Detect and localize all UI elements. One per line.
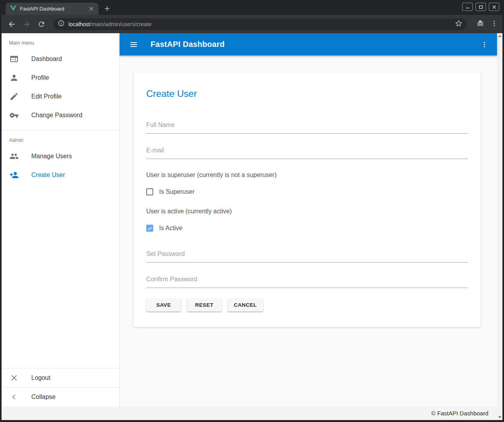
is-active-checkbox[interactable]	[146, 225, 153, 232]
maximize-button[interactable]	[475, 3, 486, 11]
superuser-hint-text: User is superuser (currently is not a su…	[146, 172, 468, 179]
close-window-button[interactable]	[489, 3, 499, 11]
email-field-wrapper	[146, 147, 468, 159]
sidebar-item-collapse[interactable]: Collapse	[2, 388, 119, 406]
scrollbar-down-arrow[interactable]	[498, 415, 502, 419]
minimize-button[interactable]	[462, 3, 473, 11]
sidebar-item-edit-profile[interactable]: Edit Profile	[2, 87, 119, 106]
back-icon[interactable]	[7, 20, 16, 29]
sidebar-item-dashboard[interactable]: Dashboard	[2, 50, 119, 68]
sidebar-item-logout[interactable]: Logout	[2, 368, 119, 387]
sidebar-item-label: Manage Users	[31, 153, 72, 160]
sidebar-item-label: Change Password	[31, 112, 83, 119]
browser-tab[interactable]: FastAPI Dashboard	[5, 3, 99, 15]
active-hint-text: User is active (currently active)	[146, 208, 468, 215]
confirm-password-input[interactable]	[146, 276, 468, 288]
is-active-checkbox-row[interactable]: Is Active	[146, 225, 468, 232]
tab-bar: FastAPI Dashboard	[2, 0, 502, 15]
create-user-card: Create User User is superuser (currently…	[134, 72, 481, 327]
sidebar-item-label: Collapse	[31, 393, 56, 401]
tab-title: FastAPI Dashboard	[20, 6, 88, 12]
is-superuser-label: Is Superuser	[159, 188, 195, 195]
pencil-icon	[9, 92, 19, 101]
tab-close-icon[interactable]	[88, 5, 95, 13]
url-text[interactable]: localhost/main/admin/users/create	[68, 21, 451, 27]
is-superuser-checkbox[interactable]	[146, 188, 153, 195]
dashboard-icon	[9, 54, 19, 64]
bookmark-star-icon[interactable]	[455, 20, 462, 29]
page-scrollbar[interactable]	[497, 33, 502, 420]
email-input[interactable]	[146, 147, 468, 159]
incognito-icon	[476, 19, 484, 29]
sidebar-item-change-password[interactable]: Change Password	[2, 106, 119, 125]
sidebar-section-main-menu: Main menu	[2, 33, 119, 50]
copyright-text: © FastAPI Dashboard	[431, 410, 488, 417]
window-controls	[462, 3, 499, 11]
person-add-icon	[9, 170, 19, 180]
is-superuser-checkbox-row[interactable]: Is Superuser	[146, 188, 468, 195]
key-icon	[9, 111, 19, 120]
sidebar-item-create-user[interactable]: Create User	[2, 166, 119, 184]
page-footer: © FastAPI Dashboard	[2, 406, 497, 420]
person-icon	[9, 73, 19, 82]
hamburger-menu-icon[interactable]	[129, 40, 138, 49]
sidebar-item-label: Edit Profile	[31, 93, 61, 100]
close-icon	[9, 373, 19, 383]
form-buttons: SAVE RESET CANCEL	[146, 298, 468, 311]
set-password-input[interactable]	[146, 250, 468, 263]
is-active-label: Is Active	[159, 225, 183, 232]
app-title: FastAPI Dashboard	[151, 40, 480, 49]
page-title: Create User	[146, 88, 468, 100]
new-tab-button[interactable]	[102, 3, 113, 14]
chevron-left-icon	[9, 392, 19, 402]
vue-logo-icon	[10, 5, 16, 13]
reload-icon[interactable]	[37, 20, 46, 29]
save-button[interactable]: SAVE	[146, 298, 181, 311]
address-bar[interactable]: localhost/main/admin/users/create	[53, 18, 467, 30]
sidebar-item-label: Dashboard	[31, 55, 62, 63]
set-password-field-wrapper	[146, 250, 468, 263]
browser-menu-icon[interactable]	[491, 20, 498, 29]
app-bar: FastAPI Dashboard	[120, 33, 497, 55]
sidebar-item-profile[interactable]: Profile	[2, 68, 119, 87]
browser-toolbar: localhost/main/admin/users/create	[2, 15, 502, 33]
page-info-icon[interactable]	[58, 20, 65, 28]
confirm-password-field-wrapper	[146, 276, 468, 288]
sidebar-spacer	[2, 184, 119, 368]
browser-window: FastAPI Dashboard	[0, 0, 504, 422]
appbar-overflow-menu-icon[interactable]	[480, 40, 489, 49]
scrollbar-up-arrow[interactable]	[498, 34, 502, 38]
sidebar-item-manage-users[interactable]: Manage Users	[2, 147, 119, 166]
main-area: FastAPI Dashboard Create User	[120, 33, 497, 406]
sidebar: Main menu Dashboard Profile	[2, 33, 120, 406]
sidebar-section-admin: Admin	[2, 131, 119, 147]
people-icon	[9, 152, 19, 161]
cancel-button[interactable]: CANCEL	[228, 298, 263, 311]
sidebar-item-label: Create User	[31, 172, 65, 179]
full-name-input[interactable]	[146, 122, 468, 134]
sidebar-item-label: Logout	[31, 374, 50, 381]
url-host: localhost	[68, 21, 90, 27]
content-area: Create User User is superuser (currently…	[120, 55, 497, 406]
sidebar-item-label: Profile	[31, 74, 49, 81]
url-path: /main/admin/users/create	[90, 21, 151, 27]
forward-icon[interactable]	[22, 20, 31, 29]
reset-button[interactable]: RESET	[187, 298, 222, 311]
full-name-field-wrapper	[146, 122, 468, 134]
toolbar-right	[476, 19, 498, 29]
